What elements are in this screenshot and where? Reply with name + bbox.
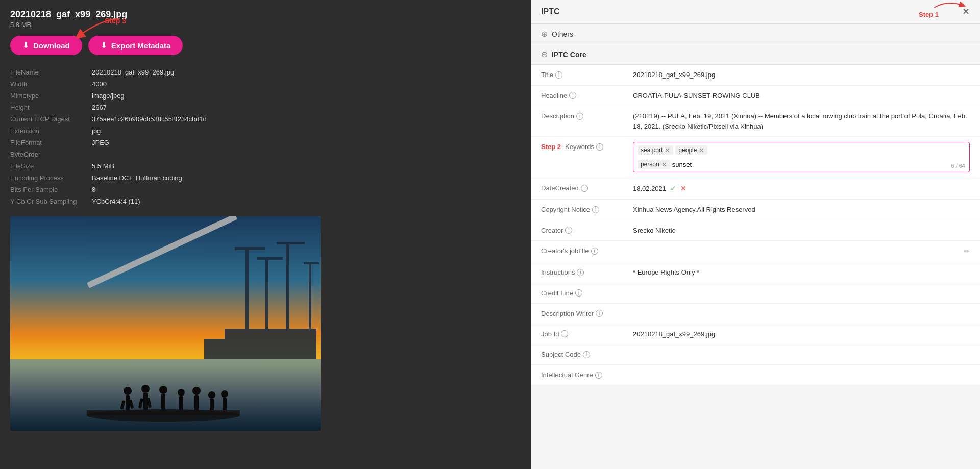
- meta-value: 5.5 MiB: [92, 160, 521, 172]
- iptc-core-section[interactable]: ⊖ IPTC Core: [531, 44, 980, 65]
- svg-point-24: [159, 386, 167, 394]
- field-label-creator: Creatori: [541, 226, 633, 234]
- info-icon-copyright[interactable]: i: [592, 206, 599, 213]
- info-icon-subject_code[interactable]: i: [583, 351, 590, 358]
- remove-keyword[interactable]: ✕: [665, 147, 670, 154]
- svg-point-20: [141, 385, 150, 393]
- svg-point-16: [124, 387, 132, 395]
- field-label-credit_line: Credit Linei: [541, 288, 633, 297]
- export-icon: ⬇: [101, 41, 107, 50]
- info-icon-keywords[interactable]: i: [596, 143, 603, 151]
- field-row-description: Descriptioni(210219) -- PULA, Feb. 19, 2…: [531, 106, 980, 137]
- field-row-creator_jobtitle: Creator's jobtitlei✏Step 1: [531, 241, 980, 262]
- info-icon-title[interactable]: i: [555, 71, 562, 79]
- meta-row: Width4000: [10, 78, 521, 90]
- meta-label: Mimetype: [10, 90, 92, 102]
- field-label-job_id: Job Idi: [541, 329, 633, 338]
- field-row-creator: CreatoriSrecko Niketic: [531, 220, 980, 241]
- field-value-copyright: Xinhua News Agency.All Rights Reserved: [633, 205, 970, 215]
- field-value-description: (210219) -- PULA, Feb. 19, 2021 (Xinhua)…: [633, 111, 970, 131]
- date-cancel-button[interactable]: ✕: [680, 183, 687, 194]
- svg-point-32: [221, 390, 228, 398]
- svg-point-35: [87, 409, 240, 422]
- field-label-creator_jobtitle: Creator's jobtitlei: [541, 246, 633, 255]
- info-icon-credit_line[interactable]: i: [575, 289, 582, 297]
- image-preview: [10, 216, 321, 431]
- field-label-subject_code: Subject Codei: [541, 350, 633, 358]
- step3-arrow: Step 3: [41, 16, 143, 39]
- info-icon-instructions[interactable]: i: [577, 269, 584, 276]
- meta-row: Bits Per Sample8: [10, 184, 521, 195]
- svg-rect-7: [257, 257, 283, 260]
- svg-rect-14: [204, 339, 235, 359]
- step2-annotation: Step 2: [541, 143, 561, 151]
- plus-circle-icon: ⊕: [541, 29, 548, 39]
- field-label-instructions: Instructionsi: [541, 267, 633, 276]
- meta-label: FileName: [10, 66, 92, 78]
- meta-row: Current ITCP Digest375aee1c26b909cb538c5…: [10, 113, 521, 125]
- action-buttons: Step 3 ⬇ Download ⬇ Export Metadata: [10, 36, 521, 55]
- field-row-headline: HeadlineiCROATIA-PULA-SUNSET-ROWING CLUB: [531, 86, 980, 107]
- field-label-description_writer: Description Writeri: [541, 309, 633, 317]
- field-label-date_created: DateCreatedi: [541, 183, 633, 192]
- svg-point-30: [208, 391, 215, 399]
- remove-keyword[interactable]: ✕: [662, 161, 667, 168]
- meta-label: FileSize: [10, 160, 92, 172]
- info-icon-description_writer[interactable]: i: [596, 310, 603, 317]
- meta-row: ByteOrder: [10, 149, 521, 160]
- others-label: Others: [552, 30, 573, 38]
- keyword-tag[interactable]: people✕: [675, 145, 707, 155]
- field-row-instructions: Instructionsi* Europe Rights Only *: [531, 262, 980, 283]
- svg-text:Step 1: Step 1: [919, 11, 939, 18]
- iptc-fields-container: Titlei20210218_gaf_x99_269.jpgHeadlineiC…: [531, 65, 980, 385]
- download-icon: ⬇: [22, 41, 29, 50]
- meta-row: Encoding ProcessBaseline DCT, Huffman co…: [10, 172, 521, 184]
- meta-value: Baseline DCT, Huffman coding: [92, 172, 521, 184]
- field-value-headline: CROATIA-PULA-SUNSET-ROWING CLUB: [633, 91, 970, 101]
- preview-svg: [10, 216, 321, 431]
- meta-value: 375aee1c26b909cb538c558f234cbd1d: [92, 113, 521, 125]
- info-icon-intellectual_genre[interactable]: i: [595, 372, 602, 379]
- field-row-job_id: Job Idi20210218_gaf_x99_269.jpg: [531, 324, 980, 345]
- meta-value: 2667: [92, 102, 521, 113]
- field-row-title: Titlei20210218_gaf_x99_269.jpg: [531, 65, 980, 86]
- info-icon-date_created[interactable]: i: [581, 185, 588, 192]
- field-value-instructions: * Europe Rights Only *: [633, 267, 970, 278]
- field-value-creator: Srecko Niketic: [633, 226, 970, 236]
- keyword-counter: 6 / 64: [951, 163, 965, 169]
- info-icon-headline[interactable]: i: [569, 92, 576, 99]
- svg-rect-33: [223, 398, 227, 412]
- keyword-tag[interactable]: person✕: [638, 160, 670, 169]
- keywords-box[interactable]: sea port✕people✕person✕6 / 64: [633, 142, 970, 172]
- meta-row: Y Cb Cr Sub SamplingYCbCr4:4:4 (11): [10, 195, 521, 207]
- field-label-intellectual_genre: Intellectual Genrei: [541, 370, 633, 379]
- date-confirm-button[interactable]: ✓: [670, 183, 676, 194]
- keyword-input[interactable]: [672, 161, 758, 168]
- meta-value: YCbCr4:4:4 (11): [92, 195, 521, 207]
- field-row-subject_code: Subject Codei: [531, 344, 980, 365]
- meta-row: FileName20210218_gaf_x99_269.jpg: [10, 66, 521, 78]
- field-label-headline: Headlinei: [541, 91, 633, 100]
- meta-row: FileSize5.5 MiB: [10, 160, 521, 172]
- svg-rect-27: [179, 396, 183, 411]
- meta-value: jpg: [92, 125, 521, 137]
- field-row-credit_line: Credit Linei: [531, 283, 980, 304]
- meta-row: Mimetypeimage/jpeg: [10, 90, 521, 102]
- meta-row: Height2667: [10, 102, 521, 113]
- panel-header: IPTC ✕: [531, 0, 980, 24]
- info-icon-creator_jobtitle[interactable]: i: [591, 248, 598, 255]
- info-icon-job_id[interactable]: i: [561, 330, 568, 337]
- info-icon-description[interactable]: i: [576, 113, 583, 120]
- field-label-copyright: Copyright Noticei: [541, 205, 633, 213]
- field-label-description: Descriptioni: [541, 111, 633, 120]
- field-row-keywords: Step 2Keywordsisea port✕people✕person✕6 …: [531, 137, 980, 178]
- keyword-tag[interactable]: sea port✕: [638, 145, 673, 155]
- info-icon-creator[interactable]: i: [565, 227, 572, 234]
- field-row-date_created: DateCreatedi18.02.2021✓✕: [531, 178, 980, 200]
- remove-keyword[interactable]: ✕: [699, 147, 704, 154]
- panel-title: IPTC: [541, 7, 559, 16]
- meta-row: Extensionjpg: [10, 125, 521, 137]
- others-section[interactable]: ⊕ Others: [531, 24, 980, 44]
- meta-label: Extension: [10, 125, 92, 137]
- edit-icon[interactable]: ✏: [964, 246, 970, 257]
